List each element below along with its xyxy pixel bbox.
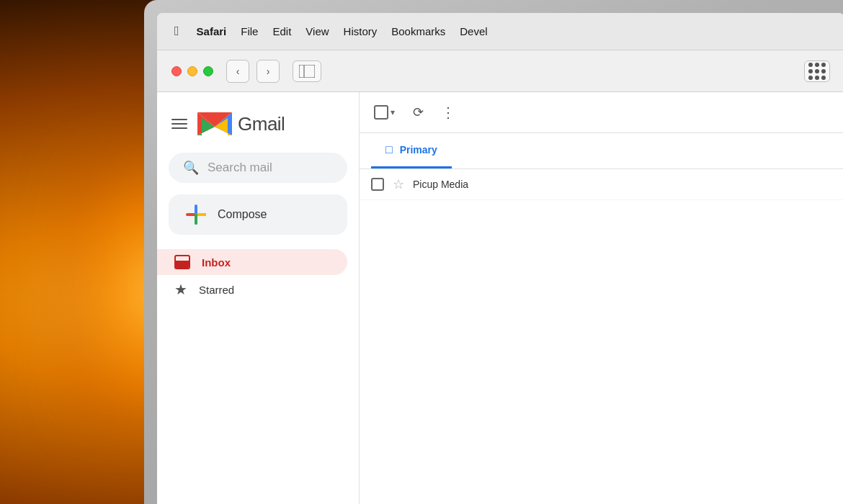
svg-rect-0 [299, 65, 315, 78]
hamburger-line [171, 127, 187, 129]
compose-button[interactable]: Compose [169, 194, 347, 235]
minimize-button[interactable] [187, 66, 197, 76]
traffic-lights [171, 66, 213, 76]
hamburger-line [171, 123, 187, 125]
fullscreen-button[interactable] [203, 66, 213, 76]
menu-devel[interactable]: Devel [460, 25, 487, 37]
gmail-area: Gmail 🔍 Search mail [157, 92, 843, 504]
row-star-icon[interactable]: ☆ [393, 176, 404, 192]
nav-inbox-label: Inbox [202, 256, 231, 269]
mail-list: ☆ Picup Media [360, 169, 843, 504]
sidebar-icon [299, 65, 315, 78]
nav-item-inbox[interactable]: Inbox [157, 249, 347, 275]
gmail-logo-text: Gmail [238, 113, 285, 135]
compose-label: Compose [218, 208, 267, 221]
gmail-sidebar: Gmail 🔍 Search mail [157, 92, 359, 504]
dropdown-arrow-icon[interactable]: ▾ [391, 107, 395, 117]
compose-plus-icon [186, 204, 206, 225]
hamburger-menu-button[interactable] [171, 119, 187, 129]
inbox-icon-fill [176, 261, 189, 268]
tab-primary[interactable]: □ Primary [371, 133, 452, 168]
search-icon: 🔍 [183, 160, 199, 176]
menu-view[interactable]: View [305, 25, 329, 37]
more-options-button[interactable]: ⋮ [441, 104, 456, 121]
inbox-icon [174, 255, 190, 269]
close-button[interactable] [171, 66, 182, 76]
safari-toolbar: ‹ › [157, 50, 843, 92]
row-sender: Picup Media [413, 179, 499, 190]
forward-icon: › [267, 66, 270, 77]
gmail-m-icon [196, 109, 233, 138]
menu-history[interactable]: History [344, 25, 378, 37]
menu-safari[interactable]: Safari [197, 25, 227, 37]
mail-row[interactable]: ☆ Picup Media [360, 169, 843, 200]
mail-tabs: □ Primary [360, 133, 843, 169]
refresh-icon: ⟳ [413, 104, 424, 120]
monitor-frame:  Safari File Edit View History Bookmark… [144, 0, 843, 504]
more-icon: ⋮ [441, 104, 456, 120]
gmail-header: Gmail [157, 104, 359, 153]
back-icon: ‹ [236, 66, 240, 77]
search-placeholder: Search mail [208, 161, 272, 175]
nav-item-starred[interactable]: ★ Starred [157, 275, 347, 304]
monitor-inner:  Safari File Edit View History Bookmark… [157, 13, 843, 504]
select-all-checkbox[interactable]: ▾ [374, 105, 395, 120]
refresh-button[interactable]: ⟳ [405, 99, 431, 125]
checkbox-square [374, 105, 388, 120]
gmail-logo: Gmail [196, 109, 285, 138]
tab-primary-label: Primary [400, 144, 437, 156]
macos-menubar:  Safari File Edit View History Bookmark… [157, 13, 843, 50]
grid-button[interactable] [804, 60, 830, 82]
menu-bookmarks[interactable]: Bookmarks [391, 25, 445, 37]
nav-starred-label: Starred [199, 284, 234, 296]
gmail-main: ▾ ⟳ ⋮ □ Primary [359, 92, 843, 504]
row-checkbox[interactable] [371, 178, 384, 191]
hamburger-line [171, 119, 187, 120]
sidebar-toggle-button[interactable] [293, 60, 321, 82]
menu-edit[interactable]: Edit [272, 25, 291, 37]
mail-controls: ▾ ⟳ ⋮ [360, 92, 843, 133]
apple-menu-icon[interactable]:  [174, 24, 179, 39]
back-button[interactable]: ‹ [226, 60, 249, 83]
primary-tab-icon: □ [385, 143, 393, 156]
grid-icon [808, 63, 826, 80]
menu-file[interactable]: File [241, 25, 258, 37]
forward-button[interactable]: › [257, 60, 280, 83]
search-bar[interactable]: 🔍 Search mail [169, 153, 347, 183]
star-icon: ★ [174, 281, 187, 298]
